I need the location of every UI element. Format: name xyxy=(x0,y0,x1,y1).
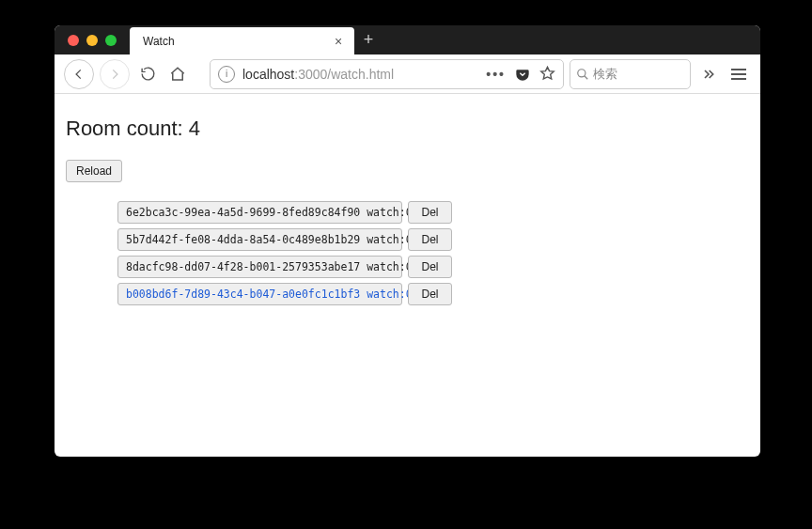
page-actions-icon[interactable]: ••• xyxy=(486,67,506,82)
reload-list-button[interactable]: Reload xyxy=(66,160,122,182)
delete-room-button[interactable]: Del xyxy=(408,283,452,305)
close-tab-icon[interactable]: × xyxy=(332,35,345,48)
delete-room-button[interactable]: Del xyxy=(408,256,452,278)
room-link-button[interactable]: 8dacfc98-dd07-4f28-b001-2579353abe17 wat… xyxy=(117,256,402,278)
site-info-icon[interactable]: i xyxy=(218,66,235,83)
home-button[interactable] xyxy=(165,61,190,87)
forward-button[interactable] xyxy=(100,59,130,89)
delete-room-button[interactable]: Del xyxy=(408,228,452,251)
room-count-heading: Room count: 4 xyxy=(66,117,749,141)
url-text: localhost:3000/watch.html xyxy=(242,67,478,82)
room-row: b008bd6f-7d89-43c4-b047-a0e0fc1c1bf3 wat… xyxy=(117,283,749,305)
reload-button[interactable] xyxy=(135,61,160,87)
room-row: 6e2bca3c-99ea-4a5d-9699-8fed89c84f90 wat… xyxy=(117,201,749,224)
delete-room-button[interactable]: Del xyxy=(408,201,452,224)
svg-point-0 xyxy=(578,69,586,76)
room-list: 6e2bca3c-99ea-4a5d-9699-8fed89c84f90 wat… xyxy=(117,201,749,305)
page-content: Room count: 4 Reload 6e2bca3c-99ea-4a5d-… xyxy=(55,94,760,457)
room-link-button[interactable]: 6e2bca3c-99ea-4a5d-9699-8fed89c84f90 wat… xyxy=(117,201,402,224)
new-tab-button[interactable]: + xyxy=(354,25,383,54)
pocket-icon[interactable] xyxy=(515,67,530,82)
room-row: 5b7d442f-fe08-4dda-8a54-0c489e8b1b29 wat… xyxy=(117,228,749,251)
back-button[interactable] xyxy=(64,59,94,89)
search-placeholder: 検索 xyxy=(593,66,617,83)
zoom-window-button[interactable] xyxy=(105,35,117,46)
room-row: 8dacfc98-dd07-4f28-b001-2579353abe17 wat… xyxy=(117,256,749,278)
nav-toolbar: i localhost:3000/watch.html ••• 検索 xyxy=(55,54,760,94)
room-link-button[interactable]: b008bd6f-7d89-43c4-b047-a0e0fc1c1bf3 wat… xyxy=(117,283,402,305)
window-controls xyxy=(55,25,130,54)
titlebar: Watch × + xyxy=(55,25,760,54)
hamburger-icon xyxy=(731,69,746,80)
menu-button[interactable] xyxy=(726,61,751,87)
close-window-button[interactable] xyxy=(68,35,79,46)
url-bar[interactable]: i localhost:3000/watch.html ••• xyxy=(210,59,564,89)
overflow-button[interactable] xyxy=(696,61,721,87)
search-box[interactable]: 検索 xyxy=(570,59,691,89)
room-link-button[interactable]: 5b7d442f-fe08-4dda-8a54-0c489e8b1b29 wat… xyxy=(117,228,402,251)
bookmark-star-icon[interactable] xyxy=(539,66,555,82)
minimize-window-button[interactable] xyxy=(86,35,98,46)
browser-tab[interactable]: Watch × xyxy=(130,27,354,54)
tab-title: Watch xyxy=(143,35,332,48)
browser-window: Watch × + i localhost:3000/watch.html ••… xyxy=(55,25,760,457)
